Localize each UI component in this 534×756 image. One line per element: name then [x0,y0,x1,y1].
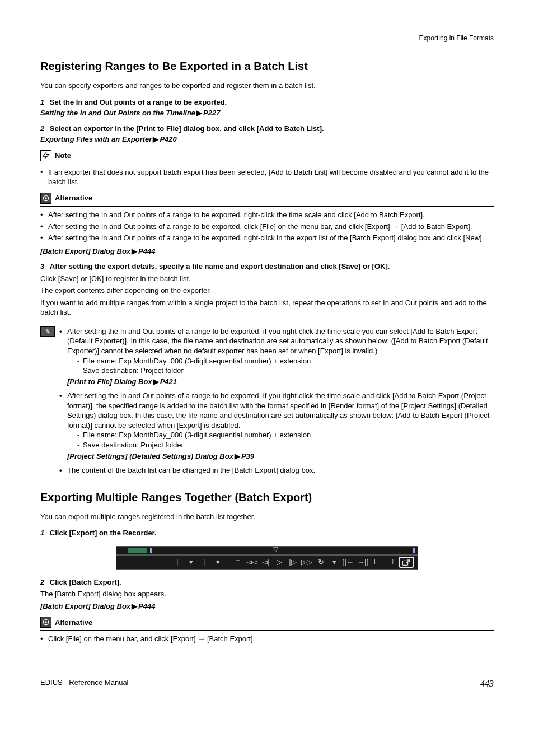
timeline-segment [128,548,147,553]
alternative-icon [40,617,51,628]
tip-item: The content of the batch list can be cha… [59,465,494,475]
step-text: Click [Batch Export]. [50,578,121,586]
step-number: 2 [40,124,44,133]
note-label: Note [55,151,71,161]
timeline-in-marker [150,548,152,553]
page-footer: EDIUS - Reference Manual 443 [40,678,494,690]
tip-content: After setting the In and Out points of a… [59,325,494,479]
arrow-icon: ▶ [132,247,137,255]
recorder-controls: ⌈ ▾ ⌉ ▾ □ ◅◅ ◅| ▷ |▷ ▷▷ ↻ ▾ ]|← →|[ ⊢ ⊣ [116,555,418,570]
xref-link-project-settings[interactable]: [Project Settings] (Detailed Settings) D… [67,451,494,461]
svg-point-1 [45,197,47,199]
step-number: 3 [40,262,44,270]
arrow-icon: ▶ [132,602,137,610]
page-number: 443 [480,678,494,690]
step-b1: 1 Click [Export] on the Recorder. [40,528,494,538]
rewind-button[interactable]: ◅◅ [246,557,257,567]
list-item: After setting the In and Out points of a… [40,222,494,232]
step-number: 1 [40,529,44,537]
set-in-button[interactable]: ⌈ [172,557,182,567]
paragraph: If you want to add multiple ranges from … [40,298,494,318]
next-edit-button[interactable]: →|[ [357,557,368,567]
intro-text: You can specify exporters and ranges to … [40,81,494,91]
step-text: After setting the export details, specif… [50,262,390,270]
dropdown-icon[interactable]: ▾ [329,557,339,567]
heading-register: Registering Ranges to Be Exported in a B… [40,59,494,74]
recorder-timeline: ▽ [116,546,418,555]
xref-link-print-to-file[interactable]: [Print to File] Dialog Box▶P421 [67,377,494,387]
tip-sub: Save destination: Project folder [77,440,494,450]
stop-button[interactable]: □ [233,557,243,567]
note-header: Note [40,150,494,161]
arrow-icon: ▶ [196,109,202,117]
tip-sub: File name: Exp MonthDay_000 (3-digit seq… [77,356,494,366]
tip-text: After setting the In and Out points of a… [67,391,489,430]
xref-link-batch-export[interactable]: [Batch Export] Dialog Box▶P444 [40,246,494,256]
export-button[interactable] [399,557,414,568]
alternative-list-b: Click [File] on the menu bar, and click … [40,634,494,644]
paragraph: The [Batch Export] dialog box appears. [40,589,494,599]
timeline-out-marker [413,548,415,553]
xref-label: Exporting Files with an Exporter [40,135,152,143]
play-button[interactable]: ▷ [274,557,284,567]
tip-sub: File name: Exp MonthDay_000 (3-digit seq… [77,430,494,440]
xref-label: [Batch Export] Dialog Box [40,247,130,255]
step-number: 2 [40,578,44,586]
xref-label: Setting the In and Out Points on the Tim… [40,109,195,117]
xref-link-timeline[interactable]: Setting the In and Out Points on the Tim… [40,108,494,118]
heading-batch-export: Exporting Multiple Ranges Together (Batc… [40,490,494,505]
xref-page: P421 [160,377,177,386]
alternative-header-b: Alternative [40,617,494,628]
note-item: If an exporter that does not support bat… [40,167,494,187]
tip-item: After setting the In and Out points of a… [59,326,494,386]
breadcrumb: Exporting in File Formats [40,34,494,45]
intro-text: You can export multiple ranges registere… [40,512,494,522]
divider [40,164,494,164]
xref-page: P420 [160,135,176,143]
svg-rect-2 [402,561,407,565]
alternative-label: Alternative [55,193,92,203]
dropdown-icon[interactable]: ▾ [186,557,196,567]
jump-prev-button[interactable]: ⊢ [372,557,382,567]
jump-next-button[interactable]: ⊣ [385,557,395,567]
playhead-icon: ▽ [273,545,278,554]
alternative-header: Alternative [40,193,494,204]
xref-label: [Project Settings] (Detailed Settings) D… [67,452,233,460]
loop-button[interactable]: ↻ [316,557,326,567]
xref-page: P444 [138,602,155,610]
recorder-toolbar-figure: ▽ ⌈ ▾ ⌉ ▾ □ ◅◅ ◅| ▷ |▷ ▷▷ ↻ ▾ ]|← →|[ ⊢ … [116,546,418,570]
divider [40,206,494,207]
paragraph: Click [Save] or [OK] to register in the … [40,274,494,284]
footer-title: EDIUS - Reference Manual [40,678,129,690]
xref-label: [Batch Export] Dialog Box [40,602,130,610]
step-b2: 2 Click [Batch Export]. [40,577,494,587]
xref-link-exporter[interactable]: Exporting Files with an Exporter▶P420 [40,134,494,144]
prev-edit-button[interactable]: ]|← [343,557,354,567]
step-text: Select an exporter in the [Print to File… [50,124,324,133]
alternative-list: After setting the In and Out points of a… [40,210,494,243]
tip-block: ✎ After setting the In and Out points of… [40,325,494,479]
prev-frame-button[interactable]: ◅| [261,557,271,567]
list-item: After setting the In and Out points of a… [40,233,494,243]
paragraph: The export contents differ depending on … [40,286,494,296]
list-item: After setting the In and Out points of a… [40,210,494,220]
fast-forward-button[interactable]: ▷▷ [301,557,312,567]
tip-icon: ✎ [40,326,55,337]
xref-page: P39 [241,452,254,460]
step-text: Set the In and Out points of a range to … [50,98,227,106]
note-icon [40,150,51,161]
step-1: 1 Set the In and Out points of a range t… [40,97,494,108]
xref-link-batch-export-b[interactable]: [Batch Export] Dialog Box▶P444 [40,601,494,612]
step-3: 3 After setting the export details, spec… [40,262,494,272]
step-2: 2 Select an exporter in the [Print to Fi… [40,124,494,134]
next-frame-button[interactable]: |▷ [288,557,298,567]
alternative-icon [40,193,51,204]
arrow-icon: ▶ [153,377,159,386]
step-number: 1 [40,98,44,106]
tip-item: After setting the In and Out points of a… [59,391,494,461]
set-out-button[interactable]: ⌉ [199,557,209,567]
xref-page: P444 [138,247,155,255]
tip-sub: Save destination: Project folder [77,366,494,376]
dropdown-icon[interactable]: ▾ [213,557,223,567]
xref-page: P227 [203,109,220,117]
